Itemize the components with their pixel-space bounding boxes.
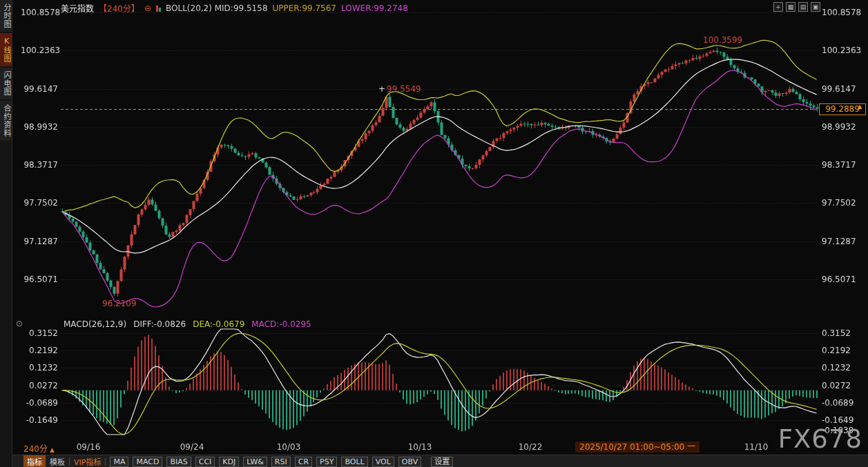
toolbar-lwr-button[interactable]: LW&	[243, 457, 267, 467]
price-axis-label: 99.6147	[822, 84, 865, 94]
zoom-in-icon[interactable]: +	[773, 2, 783, 12]
window-view-icon[interactable]: ▣	[811, 2, 820, 12]
toolbar-macd-button[interactable]: MACD	[133, 457, 162, 467]
session-time-label: 2025/10/27 01:00~05:00 一	[575, 441, 700, 453]
boll-upper-label: UPPER:99.7567	[273, 3, 336, 13]
high-price-annotation: 100.3599	[703, 35, 742, 45]
toolbar-cci-button[interactable]: CCI	[195, 457, 215, 467]
macd-axis-label: 0.2192	[822, 346, 865, 355]
indicator-toolbar: 指标 模板 VIP指标 MA MACD BIAS CCI KDJ LW& RSI…	[0, 455, 868, 467]
macd-name-label: MACD(26,12,9)	[64, 319, 126, 329]
price-axis-label: 98.9932	[822, 122, 865, 132]
price-axis-label: 100.8578	[822, 8, 865, 17]
symbol-title: 美元指数	[61, 2, 94, 14]
toolbar-boll-button[interactable]: BOLL	[341, 457, 367, 467]
price-axis-label: 97.1287	[822, 237, 865, 246]
toolbar-vol-button[interactable]: VOL	[372, 457, 394, 467]
period-selector[interactable]: 240分▲	[23, 442, 55, 454]
macd-axis-label: 0.1232	[822, 363, 865, 372]
price-axis-label: 97.1287	[21, 237, 58, 246]
macd-axis-label: -0.1649	[822, 415, 865, 425]
toolbar-psy-button[interactable]: PSY	[316, 457, 337, 467]
boll-lower-label: LOWER:99.2748	[341, 3, 408, 13]
rows-view-icon[interactable]: ▤	[798, 2, 808, 12]
toolbar-obv-button[interactable]: OBV	[398, 457, 421, 467]
toolbar-ma-button[interactable]: MA	[110, 457, 128, 467]
date-axis-label: 10/03	[277, 442, 301, 452]
macd-axis-label: 0.0272	[822, 381, 865, 390]
toolbar-indicators-button[interactable]: 指标	[23, 455, 46, 467]
price-axis-label: 100.2363	[21, 46, 58, 55]
price-axis-label: 96.5071	[21, 275, 58, 284]
period-up-arrow-icon: ▲	[50, 446, 55, 453]
macd-dea-label: DEA:-0.0679	[193, 319, 244, 329]
date-axis-label: 10/22	[519, 442, 543, 452]
macd-axis-label: 0.0272	[21, 381, 58, 390]
price-axis-label: 98.9932	[21, 122, 58, 132]
toolbar-separator	[105, 458, 106, 466]
macd-axis-label: -0.0689	[822, 398, 865, 408]
date-axis-label: 09/16	[77, 442, 101, 452]
price-axis-label: 98.3717	[21, 160, 58, 170]
toolbar-template-button[interactable]: 模板	[50, 456, 65, 467]
sidebar-tab-timeline[interactable]: 分时图	[0, 0, 12, 32]
grid-view-icon[interactable]: ▦	[786, 2, 795, 12]
macd-axis-label: 0.3152	[822, 328, 865, 338]
price-axis-label: 97.7502	[822, 198, 865, 208]
toolbar-rsi-button[interactable]: RSI	[271, 457, 291, 467]
boll-mid-label: BOLL(20,2) MID:99.5158	[166, 3, 268, 13]
price-axis-label: 97.7502	[21, 198, 58, 208]
swing-high-annotation: +99.5549	[378, 84, 421, 94]
date-axis-label: 10/13	[408, 442, 432, 452]
toolbar-vip-indicators-button[interactable]: VIP指标	[74, 456, 101, 467]
toolbar-cr-button[interactable]: CR	[295, 457, 312, 467]
price-marker-arrow-icon: ▲	[858, 103, 862, 110]
toolbar-kdj-button[interactable]: KDJ	[219, 457, 239, 467]
candlestick-icon	[156, 4, 161, 12]
macd-value-label: MACD:-0.0295	[251, 319, 311, 329]
toolbar-bias-button[interactable]: BIAS	[166, 457, 191, 467]
macd-axis-label: 0.2192	[21, 346, 58, 355]
macd-header: MACD(26,12,9) DIFF:-0.0826 DEA:-0.0679 M…	[64, 319, 311, 329]
price-axis-label: 98.3717	[822, 160, 865, 170]
date-axis-label: 09/24	[180, 442, 204, 452]
collapse-icon[interactable]: ⊖	[144, 4, 151, 12]
price-axis-label: 100.2363	[822, 46, 865, 55]
period-label: 【240分】	[99, 2, 139, 14]
sidebar: 分时图 K线图 闪电图 合约资料	[0, 0, 12, 467]
macd-axis-label: 0.3152	[21, 328, 58, 338]
trading-app-window: 分时图 K线图 闪电图 合约资料 美元指数 【240分】 ⊖ BOLL(20,2…	[0, 0, 868, 467]
window-controls: + ▦ ▤ ▣	[773, 2, 820, 12]
low-price-annotation: 96.2109	[102, 299, 137, 308]
sidebar-tab-kline[interactable]: K线图	[0, 33, 12, 66]
date-axis-label: 11/10	[744, 442, 769, 452]
macd-axis-label: -0.1649	[21, 415, 58, 425]
fx678-watermark: FX678	[778, 426, 862, 452]
indicator-cycle-icon[interactable]: ⊙	[16, 319, 23, 328]
toolbar-settings-button[interactable]: 设置	[431, 457, 453, 467]
cross-marker-icon: +	[378, 84, 385, 94]
macd-axis-label: -0.0689	[21, 398, 58, 408]
sidebar-tab-contract-info[interactable]: 合约资料	[0, 101, 12, 141]
sidebar-tab-flash[interactable]: 闪电图	[0, 68, 12, 99]
kline-chart-canvas[interactable]	[0, 0, 868, 467]
macd-axis-label: 0.1232	[21, 363, 58, 372]
macd-diff-label: DIFF:-0.0826	[133, 319, 186, 329]
toolbar-separator	[69, 458, 70, 466]
price-axis-label: 96.5071	[822, 275, 865, 284]
price-axis-label: 99.6147	[21, 84, 58, 94]
chart-header: 美元指数 【240分】 ⊖ BOLL(20,2) MID:99.5158 UPP…	[61, 2, 408, 14]
price-axis-label: 100.8578	[21, 8, 58, 17]
